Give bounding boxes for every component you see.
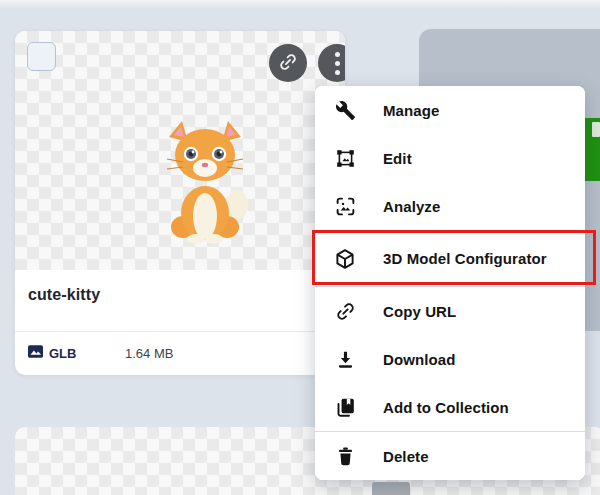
edit-selection-icon [334,147,356,169]
link-icon [334,300,356,322]
more-actions-button[interactable] [318,44,345,82]
asset-card-footer: cute-kitty [15,270,345,331]
asset-grid-page: { "colors": { "page_bg": "#dde3eb", "hig… [0,0,600,495]
asset-format: GLB [28,344,76,362]
menu-item-download[interactable]: Download [315,335,585,383]
copy-link-button[interactable] [269,44,307,82]
asset-title: cute-kitty [28,286,100,304]
asset-thumbnail-area[interactable] [15,31,345,270]
menu-item-label: Add to Collection [383,399,509,416]
menu-item-edit[interactable]: Edit [315,134,585,182]
menu-item-label: Delete [383,448,429,465]
page-top-edge [0,0,600,9]
menu-item-label: 3D Model Configurator [383,250,547,267]
download-icon [334,348,356,370]
collection-icon [334,396,356,418]
menu-item-add-to-collection[interactable]: Add to Collection [315,383,585,431]
cube-3d-icon [334,248,356,270]
bottom-card-model-preview [372,482,410,495]
file-size-label: 1.64 MB [125,346,173,361]
wrench-icon [334,99,356,121]
trash-icon [334,445,356,467]
menu-item-label: Copy URL [383,303,456,320]
image-file-icon [28,344,43,362]
asset-card-cute-kitty[interactable]: cute-kitty GLB 1.64 MB [15,31,345,375]
menu-item-label: Download [383,351,455,368]
format-label: GLB [49,346,76,361]
cat-3d-model-thumbnail [161,121,249,245]
link-icon [278,52,298,75]
menu-item-label: Manage [383,102,439,119]
menu-item-3d-model-configurator[interactable]: 3D Model Configurator [315,231,585,286]
menu-item-label: Edit [383,150,412,167]
kebab-menu-icon [335,52,340,75]
analyze-frame-icon [334,195,356,217]
menu-item-delete[interactable]: Delete [315,432,585,480]
menu-item-label: Analyze [383,198,440,215]
green-badge-glyph [592,122,600,137]
asset-context-menu: Manage Edit Analyze [315,86,585,480]
menu-item-copy-url[interactable]: Copy URL [315,287,585,335]
menu-item-manage[interactable]: Manage [315,86,585,134]
menu-item-analyze[interactable]: Analyze [315,182,585,230]
asset-select-checkbox[interactable] [27,42,56,71]
asset-meta-row: GLB 1.64 MB [15,332,345,375]
